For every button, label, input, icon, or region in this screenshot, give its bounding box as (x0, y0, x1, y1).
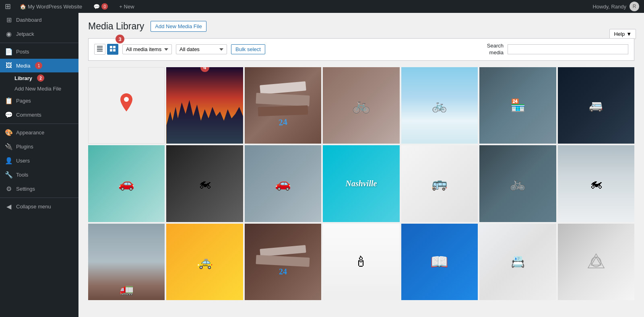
media-item[interactable]: 🚗 (245, 145, 321, 222)
comment-icon: 💬 (93, 4, 100, 10)
filter-type-select[interactable]: All media items Images Audio Video Docum… (122, 44, 172, 54)
svg-rect-6 (110, 49, 112, 51)
media-item[interactable]: 📖 (401, 224, 478, 300)
media-item[interactable] (558, 224, 634, 300)
filter-date-select[interactable]: All dates January 2024 December 2023 (176, 44, 227, 54)
adminbar-right: Howdy, Randy R (592, 2, 639, 11)
svg-rect-3 (97, 51, 103, 51)
sidebar-item-tools[interactable]: 🔧 Tools (0, 168, 78, 182)
svg-marker-9 (588, 254, 604, 268)
sidebar-item-jetpack[interactable]: ◉ Jetpack (0, 27, 78, 41)
sidebar-item-plugins[interactable]: 🔌 Plugins (0, 140, 78, 154)
media-item[interactable]: 🏍 (558, 145, 634, 222)
media-toolbar: 3 All media items Images Audio Video Doc… (88, 38, 634, 61)
media-submenu: Library 2 Add New Media File (0, 72, 78, 94)
sidebar-item-pages[interactable]: 📋 Pages (0, 94, 78, 108)
chevron-down-icon: ▼ (626, 31, 632, 37)
sidebar-item-add-new-media[interactable]: Add New Media File (14, 84, 78, 94)
page-title: Media Library (88, 21, 144, 32)
page-header: Media Library Add New Media File (88, 21, 634, 32)
grid-view-button[interactable] (107, 44, 118, 55)
plugins-icon: 🔌 (5, 143, 13, 150)
media-item[interactable]: 📇 (479, 224, 556, 300)
bulk-select-button[interactable]: Bulk select (231, 44, 265, 54)
svg-point-8 (124, 97, 129, 102)
home-icon: 🏠 (20, 4, 26, 10)
sidebar-item-posts[interactable]: 📄 Posts (0, 45, 78, 59)
media-item[interactable]: 🚕 (166, 224, 243, 300)
sidebar: ⊞ Dashboard ◉ Jetpack 📄 Posts 🖼 Media 1 … (0, 13, 78, 317)
media-item[interactable]: 4 (166, 67, 243, 144)
media-item[interactable]: 🚌 (401, 145, 478, 222)
sidebar-collapse[interactable]: ◀ Collapse menu (0, 200, 78, 214)
wp-logo[interactable]: ⊞ (5, 2, 11, 11)
media-icon: 🖼 (5, 62, 13, 69)
svg-rect-1 (97, 47, 103, 48)
media-item[interactable]: 🕯 (323, 224, 399, 300)
media-item[interactable]: 🚲 (479, 145, 556, 222)
media-item[interactable]: 🚛 (88, 224, 165, 300)
media-grid: 4 24 🚲 (88, 67, 634, 300)
media-thumbnail (89, 68, 164, 143)
adminbar-new[interactable]: + New (117, 0, 136, 13)
posts-icon: 📄 (5, 48, 13, 56)
svg-rect-5 (113, 46, 116, 48)
view-toggle (94, 44, 118, 55)
sidebar-item-settings[interactable]: ⚙ Settings (0, 182, 78, 196)
svg-rect-2 (97, 49, 103, 50)
users-icon: 👤 (5, 157, 13, 165)
media-item[interactable]: 24 (245, 67, 321, 144)
media-item[interactable]: 24 (245, 224, 321, 300)
add-new-media-button[interactable]: Add New Media File (151, 21, 206, 32)
dashboard-icon: ⊞ (5, 16, 13, 24)
media-item[interactable]: 🏪 (479, 67, 556, 144)
collapse-icon: ◀ (5, 203, 13, 210)
appearance-icon: 🎨 (5, 129, 13, 136)
pages-icon: 📋 (5, 97, 13, 105)
search-label: Searchmedia (487, 43, 504, 56)
sidebar-item-media[interactable]: 🖼 Media 1 (0, 59, 78, 72)
help-button[interactable]: Help ▼ (609, 29, 636, 39)
sidebar-item-comments[interactable]: 💬 Comments (0, 108, 78, 122)
adminbar-comments[interactable]: 💬 0 (91, 0, 110, 13)
svg-rect-7 (113, 49, 116, 51)
sidebar-item-dashboard[interactable]: ⊞ Dashboard (0, 13, 78, 27)
admin-bar: ⊞ 🏠 My WordPress Website 💬 0 + New Howdy… (0, 0, 644, 13)
media-item[interactable]: 🚐 (558, 67, 634, 144)
search-input[interactable] (508, 44, 628, 54)
comments-icon: 💬 (5, 111, 13, 119)
media-item[interactable]: 🚲 (323, 67, 399, 144)
tools-icon: 🔧 (5, 171, 13, 179)
svg-rect-4 (110, 46, 112, 48)
avatar: R (630, 2, 639, 11)
media-item[interactable]: 🚲 (401, 67, 478, 144)
media-item[interactable] (88, 67, 165, 144)
badge-3: 3 (116, 35, 124, 43)
settings-icon: ⚙ (5, 185, 13, 193)
media-item[interactable]: 🏍 (166, 145, 243, 222)
jetpack-icon: ◉ (5, 30, 13, 38)
sidebar-item-appearance[interactable]: 🎨 Appearance (0, 126, 78, 140)
media-item[interactable]: Nashville (323, 145, 399, 222)
svg-rect-0 (97, 46, 103, 47)
sidebar-item-library[interactable]: Library 2 (14, 72, 78, 84)
adminbar-site[interactable]: 🏠 My WordPress Website (17, 0, 85, 13)
main-content: Help ▼ Media Library Add New Media File … (78, 13, 644, 317)
list-view-button[interactable] (94, 44, 105, 55)
sidebar-item-users[interactable]: 👤 Users (0, 154, 78, 168)
media-item[interactable]: 🚗 (88, 145, 165, 222)
